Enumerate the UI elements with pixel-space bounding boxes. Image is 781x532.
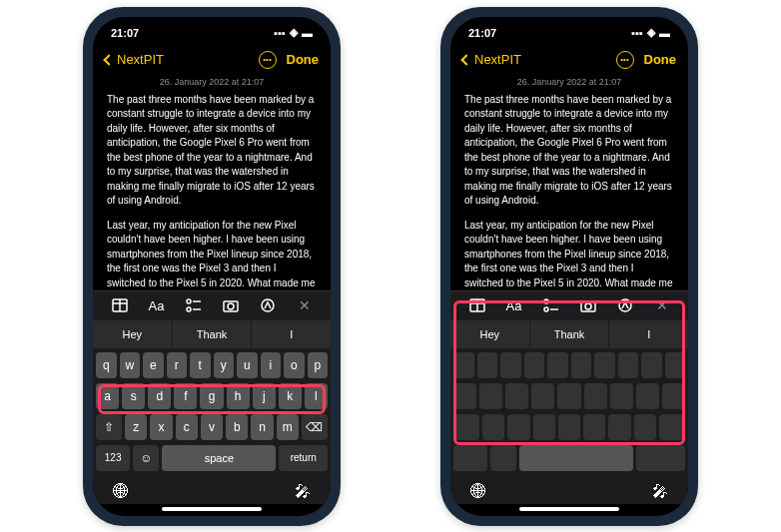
key-u[interactable]: u [237,352,258,378]
close-icon[interactable]: ✕ [650,293,674,317]
globe-icon[interactable]: 🌐︎ [470,483,486,501]
keyboard-bottom-bar: 🌐︎ 🎤︎ [93,478,331,504]
text-format-button[interactable]: Aa [145,293,169,317]
note-paragraph: The past three months have been marked b… [464,93,674,209]
wifi-icon: ◈ [290,26,298,39]
status-time: 21:07 [468,27,496,39]
nav-bar: NextPIT ••• Done [93,45,331,75]
table-icon[interactable] [465,293,489,317]
home-indicator[interactable] [162,507,262,511]
key-y[interactable]: y [214,352,235,378]
emoji-key[interactable]: ☺ [133,445,159,471]
key-a[interactable]: a [96,383,119,409]
mic-icon[interactable]: 🎤︎ [295,483,311,501]
camera-icon[interactable] [576,293,600,317]
done-button[interactable]: Done [644,52,677,67]
keyboard-suggestions: Hey Thank I [93,320,331,348]
key-m[interactable]: m [277,414,299,440]
key-row: a s d f g h j k l [96,383,328,409]
key-w[interactable]: w [120,352,141,378]
key-s[interactable]: s [122,383,145,409]
key-g[interactable]: g [200,383,223,409]
keyboard: q w e r t y u i o p a s d f g h j k l [93,348,331,478]
back-button[interactable]: NextPIT [105,52,164,67]
key-i[interactable]: i [261,352,282,378]
text-format-button[interactable]: Aa [502,293,526,317]
space-key[interactable]: space [162,445,276,471]
key-d[interactable]: d [148,383,171,409]
svg-point-3 [187,299,191,303]
chevron-left-icon [460,54,471,65]
format-toolbar: Aa ✕ [93,290,331,320]
phone-right: 21:07 ▪▪▪ ◈ ▬ NextPIT ••• Done 26. Janua… [440,7,698,526]
markup-icon[interactable] [256,293,280,317]
key-t[interactable]: t [190,352,211,378]
key-o[interactable]: o [284,352,305,378]
key-q[interactable]: q [96,352,117,378]
table-icon[interactable] [108,293,132,317]
format-toolbar: Aa ✕ [450,290,688,320]
more-button[interactable]: ••• [616,51,634,69]
key-c[interactable]: c [176,414,198,440]
key-x[interactable]: x [150,414,172,440]
key-z[interactable]: z [125,414,147,440]
signal-icon: ▪▪▪ [274,27,286,39]
status-time: 21:07 [111,27,139,39]
phone-left: 21:07 ▪▪▪ ◈ ▬ NextPIT ••• Done 26. Janua… [83,7,341,526]
notch [157,17,267,39]
key-n[interactable]: n [251,414,273,440]
done-button[interactable]: Done [287,52,320,67]
battery-icon: ▬ [659,27,670,39]
markup-icon[interactable] [613,293,637,317]
key-v[interactable]: v [201,414,223,440]
shift-key[interactable]: ⇧ [96,414,122,440]
nav-bar: NextPIT ••• Done [450,45,688,75]
svg-point-18 [585,303,591,309]
note-datetime: 26. January 2022 at 21:07 [93,75,331,89]
note-paragraph: Last year, my anticipation for the new P… [464,219,674,290]
camera-icon[interactable] [219,293,243,317]
key-f[interactable]: f [174,383,197,409]
return-key[interactable]: return [279,445,328,471]
checklist-icon[interactable] [539,293,563,317]
keyboard-bottom-bar: 🌐︎ 🎤︎ [450,478,688,504]
back-button[interactable]: NextPIT [462,52,521,67]
notch [514,17,624,39]
delete-key[interactable]: ⌫ [302,414,328,440]
note-paragraph: The past three months have been marked b… [107,93,317,209]
number-key[interactable]: 123 [96,445,130,471]
chevron-left-icon [103,54,114,65]
suggestion[interactable]: I [252,320,331,348]
signal-icon: ▪▪▪ [631,27,643,39]
suggestion[interactable]: Thank [173,320,253,348]
key-p[interactable]: p [308,352,329,378]
key-j[interactable]: j [253,383,276,409]
suggestion[interactable]: Hey [93,320,173,348]
note-body[interactable]: The past three months have been marked b… [93,89,331,290]
keyboard-suggestions: Hey Thank I [450,320,688,348]
screen: 21:07 ▪▪▪ ◈ ▬ NextPIT ••• Done 26. Janua… [93,17,331,516]
svg-point-13 [544,299,548,303]
wifi-icon: ◈ [647,26,655,39]
home-indicator[interactable] [519,507,619,511]
mic-icon[interactable]: 🎤︎ [652,483,668,501]
key-e[interactable]: e [143,352,164,378]
key-r[interactable]: r [167,352,188,378]
suggestion[interactable]: I [609,320,688,348]
globe-icon[interactable]: 🌐︎ [113,483,129,501]
screen: 21:07 ▪▪▪ ◈ ▬ NextPIT ••• Done 26. Janua… [450,17,688,516]
key-b[interactable]: b [226,414,248,440]
battery-icon: ▬ [302,27,313,39]
checklist-icon[interactable] [182,293,206,317]
key-row: ⇧ z x c v b n m ⌫ [96,414,328,440]
keyboard-trackpad[interactable] [450,348,688,478]
suggestion[interactable]: Thank [530,320,610,348]
suggestion[interactable]: Hey [450,320,530,348]
key-row: q w e r t y u i o p [96,352,328,378]
key-h[interactable]: h [227,383,250,409]
close-icon[interactable]: ✕ [293,293,317,317]
key-l[interactable]: l [305,383,328,409]
note-body[interactable]: The past three months have been marked b… [450,89,688,290]
more-button[interactable]: ••• [259,51,277,69]
key-k[interactable]: k [279,383,302,409]
